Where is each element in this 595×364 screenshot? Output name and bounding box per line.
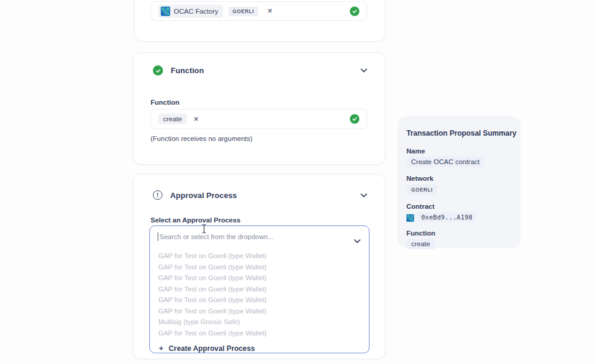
approval-search-input[interactable]: [150, 226, 369, 247]
function-card: Function Function create ✕ (Function rec…: [133, 52, 386, 165]
contract-select-box[interactable]: OCAC Factory GOERLI ✕: [151, 1, 367, 21]
plus-icon: +: [159, 344, 164, 352]
approval-card-title: Approval Process: [170, 191, 237, 200]
function-complete-icon: [153, 65, 163, 76]
selected-function-chip: create: [158, 114, 187, 124]
function-select-box[interactable]: create ✕: [151, 109, 367, 129]
summary-name-label: Name: [406, 148, 512, 155]
text-cursor-icon: [201, 224, 207, 236]
contract-identicon-icon: [161, 7, 170, 16]
approval-search-row: [150, 226, 369, 247]
approval-field-label: Select an Approval Process: [151, 216, 240, 224]
chevron-down-icon[interactable]: [361, 193, 367, 197]
dropdown-option[interactable]: GAP for Test on Goerli (type Wallet): [150, 262, 369, 273]
summary-title: Transaction Proposal Summary: [406, 129, 512, 137]
selected-contract-label: OCAC Factory: [174, 8, 218, 15]
valid-check-icon: [350, 7, 359, 16]
dropdown-option[interactable]: GAP for Test on Goerli (type Wallet): [150, 272, 369, 284]
summary-function-label: Function: [406, 230, 512, 237]
function-help-text: (Function receives no arguments): [151, 135, 252, 142]
dropdown-option[interactable]: GAP for Test on Goerli (type Wallet): [150, 306, 369, 317]
summary-network-label: Network: [406, 175, 512, 182]
remove-contract-icon[interactable]: ✕: [267, 8, 273, 14]
dropdown-option[interactable]: Multisig (type Gnosis Safe): [150, 316, 369, 328]
create-approval-process-label: Create Approval Process: [169, 344, 255, 353]
transaction-proposal-summary-panel: Transaction Proposal Summary Name Create…: [397, 116, 521, 248]
contract-card: OCAC Factory GOERLI ✕: [134, 0, 386, 42]
selected-contract-chip: OCAC Factory: [158, 5, 223, 18]
dropdown-option[interactable]: GAP for Test on Goerli (type Wallet): [150, 250, 369, 262]
dropdown-option[interactable]: GAP for Test on Goerli (type Wallet): [150, 294, 369, 306]
summary-name-value: Create OCAC contract: [406, 156, 484, 167]
approval-card-header[interactable]: ! Approval Process: [153, 190, 367, 200]
input-caret: [158, 233, 158, 241]
summary-function-value: create: [406, 239, 435, 249]
valid-check-icon: [350, 114, 359, 124]
summary-contract-label: Contract: [406, 203, 512, 210]
function-field-label: Function: [151, 99, 180, 106]
function-card-header[interactable]: Function: [153, 65, 367, 76]
chevron-down-icon[interactable]: [354, 235, 361, 246]
remove-function-icon[interactable]: ✕: [193, 116, 199, 123]
summary-contract-address: 0xeBd9...A198: [418, 212, 476, 222]
alert-icon: !: [153, 190, 162, 200]
dropdown-option[interactable]: GAP for Test on Goerli (type Wallet): [150, 328, 369, 339]
approval-card: ! Approval Process Select an Approval Pr…: [133, 174, 386, 359]
chevron-down-icon[interactable]: [361, 68, 367, 73]
create-approval-process-button[interactable]: + Create Approval Process: [150, 341, 369, 353]
approval-option-list: GAP for Test on Goerli (type Wallet) GAP…: [150, 247, 369, 353]
summary-network-badge: GOERLI: [406, 184, 437, 195]
approval-combobox: GAP for Test on Goerli (type Wallet) GAP…: [149, 225, 369, 353]
function-card-title: Function: [171, 66, 204, 75]
network-badge: GOERLI: [228, 7, 258, 16]
dropdown-option[interactable]: GAP for Test on Goerli (type Wallet): [150, 284, 369, 295]
contract-identicon-icon: [406, 214, 414, 221]
